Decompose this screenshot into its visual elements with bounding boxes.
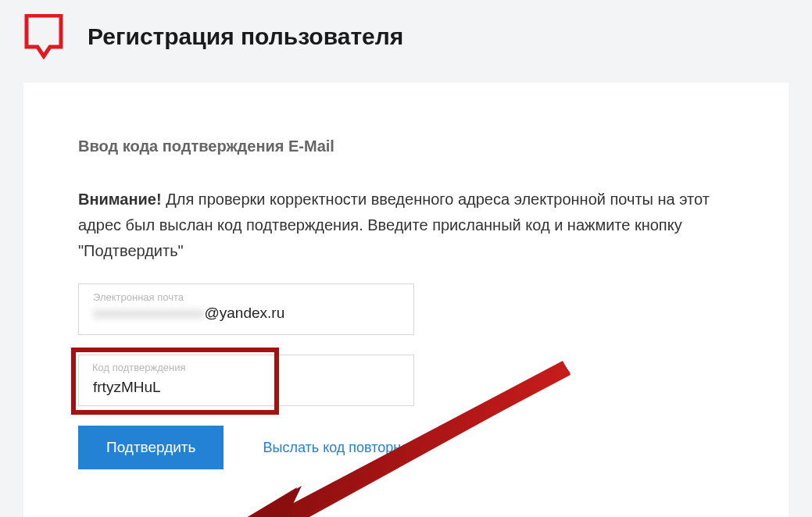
submit-button[interactable]: Подтвердить xyxy=(78,426,224,469)
svg-marker-3 xyxy=(244,486,305,517)
email-label: Электронная почта xyxy=(93,291,184,303)
attention-label: Внимание! xyxy=(78,191,162,208)
site-logo-icon xyxy=(23,14,64,59)
code-field-wrap: Код подтверждения xyxy=(78,355,414,406)
code-label: Код подтверждения xyxy=(92,362,185,373)
resend-link[interactable]: Выслать код повторно xyxy=(263,440,409,456)
registration-card: Ввод кода подтверждения E-Mail Внимание!… xyxy=(23,83,789,517)
page-title: Регистрация пользователя xyxy=(88,23,403,50)
svg-marker-1 xyxy=(242,487,302,517)
section-heading: Ввод кода подтверждения E-Mail xyxy=(78,137,734,155)
instruction-text: Внимание! Для проверки корректности введ… xyxy=(78,187,734,264)
email-field[interactable]: Электронная почта xxxxxxxxxxxxxxx@yandex… xyxy=(78,283,414,335)
instruction-body: Для проверки корректности введенного адр… xyxy=(78,191,710,259)
email-value: xxxxxxxxxxxxxxx@yandex.ru xyxy=(93,305,399,322)
